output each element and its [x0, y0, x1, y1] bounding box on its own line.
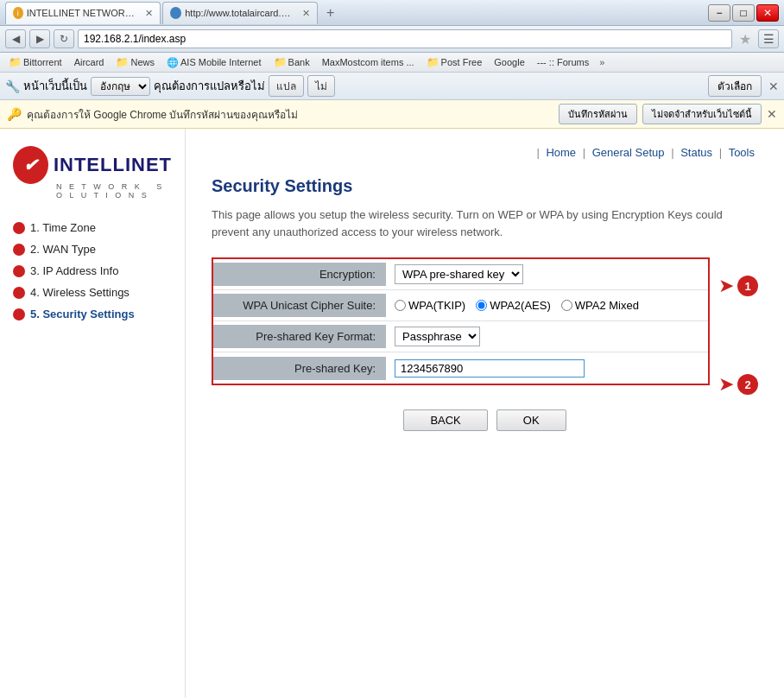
back-button[interactable]: BACK: [403, 409, 487, 431]
sidebar: ✔ INTELLINET N E T W O R K S O L U T I O…: [0, 129, 186, 698]
tools-link[interactable]: Tools: [729, 146, 755, 159]
pipe-separator: |: [536, 146, 542, 159]
radio-wpa2-mixed[interactable]: WPA2 Mixed: [561, 299, 639, 312]
password-bar-close-icon[interactable]: ✕: [767, 107, 777, 121]
bookmark-label: AIS Mobile Internet: [180, 57, 262, 67]
maximize-button[interactable]: □: [732, 4, 755, 22]
radio-wpa-tkip-input[interactable]: [395, 300, 406, 311]
sidebar-item-wantype[interactable]: 2. WAN Type: [0, 238, 185, 260]
pipe-separator: |: [719, 146, 725, 159]
status-link[interactable]: Status: [680, 146, 712, 159]
radio-wpa2-aes-input[interactable]: [476, 300, 487, 311]
browser-window: i INTELLINET NETWORK SOL... ✕ http://www…: [0, 0, 784, 698]
sidebar-item-ipaddress[interactable]: 3. IP Address Info: [0, 260, 185, 282]
encryption-select[interactable]: WPA pre-shared key WEP WPA2 Disabled: [395, 264, 523, 284]
key-format-label: Pre-shared Key Format:: [213, 325, 386, 348]
pipe-separator: |: [583, 146, 589, 159]
bookmark-news[interactable]: 📁 News: [111, 54, 160, 70]
bookmark-star-icon[interactable]: ★: [736, 29, 755, 48]
preshared-key-input[interactable]: [395, 359, 585, 378]
logo-sub-text: N E T W O R K S O L U T I O N S: [56, 182, 172, 200]
minimize-button[interactable]: −: [708, 4, 730, 22]
bookmark-ais[interactable]: 🌐 AIS Mobile Internet: [161, 55, 267, 70]
annotation-1: ➤ 1: [718, 275, 758, 297]
key-format-row: Pre-shared Key Format: Passphrase Hex: [213, 321, 708, 352]
cipher-suite-label: WPA Unicast Cipher Suite:: [213, 294, 386, 317]
tab-totalaircard[interactable]: http://www.totalaircard.cor... ✕: [162, 2, 318, 24]
sidebar-label-ipaddress: 3. IP Address Info: [30, 264, 118, 277]
globe-icon: 🌐: [167, 57, 179, 68]
never-save-button[interactable]: ไม่จดจำสำหรับเว็บไซต์นี้: [642, 104, 762, 124]
bookmark-label: --- :: Forums: [537, 57, 590, 67]
sidebar-label-wireless: 4. Wireless Settings: [30, 286, 130, 299]
bookmark-bittorrent[interactable]: 📁 Bittorrent: [3, 54, 67, 70]
bookmark-postfree[interactable]: 📁 Post Free: [421, 54, 488, 70]
action-buttons: BACK OK: [212, 409, 758, 431]
sidebar-item-security[interactable]: 5. Security Settings: [0, 303, 185, 325]
bookmark-maxmostcom[interactable]: MaxMostcom items ...: [317, 55, 420, 69]
bookmark-label: Bank: [288, 57, 310, 67]
save-password-button[interactable]: บันทึกรหัสผ่าน: [559, 104, 637, 124]
radio-wpa-tkip[interactable]: WPA(TKIP): [395, 299, 465, 312]
encryption-value: WPA pre-shared key WEP WPA2 Disabled: [386, 259, 708, 289]
key-format-select[interactable]: Passphrase Hex: [395, 327, 480, 346]
menu-icon[interactable]: ☰: [758, 29, 779, 48]
bookmark-aircard[interactable]: Aircard: [69, 55, 110, 69]
annotation-2: ➤ 2: [718, 373, 758, 396]
home-link[interactable]: Home: [546, 146, 576, 159]
general-setup-link[interactable]: General Setup: [592, 146, 665, 159]
radio-wpa2-aes[interactable]: WPA2(AES): [476, 299, 551, 312]
annotation-number-2: 2: [737, 374, 758, 395]
bullet-icon-2: [13, 244, 25, 256]
bullet-icon-4: [13, 287, 25, 299]
bookmark-label: Google: [494, 57, 524, 67]
preshared-key-label: Pre-shared Key:: [213, 357, 386, 380]
top-nav-links: | Home | General Setup | Status | Tools: [212, 146, 758, 159]
bookmark-google[interactable]: Google: [489, 55, 529, 69]
url-input[interactable]: [78, 29, 732, 48]
bullet-icon-3: [13, 265, 25, 277]
bookmark-label: MaxMostcom items ...: [322, 57, 414, 67]
bookmark-bank[interactable]: 📁 Bank: [269, 54, 315, 70]
bookmark-label: Aircard: [74, 57, 104, 67]
back-nav-button[interactable]: ◀: [5, 29, 26, 48]
logo-icon: ✔: [13, 146, 48, 184]
arrow-right-icon-1: ➤: [718, 275, 734, 297]
forward-nav-button[interactable]: ▶: [29, 29, 50, 48]
tab-bar: i INTELLINET NETWORK SOL... ✕ http://www…: [5, 2, 708, 24]
refresh-button[interactable]: ↻: [54, 29, 74, 48]
page-description: This page allows you setup the wireless …: [212, 206, 758, 240]
key-format-value: Passphrase Hex: [386, 321, 708, 352]
bookmarks-more-button[interactable]: »: [596, 55, 608, 69]
thai-prefix-label: หน้าเว็บนี้เป็น: [23, 77, 87, 95]
radio-wpa2-mixed-input[interactable]: [561, 300, 572, 311]
title-bar: i INTELLINET NETWORK SOL... ✕ http://www…: [0, 0, 784, 26]
preshared-key-row: Pre-shared Key:: [213, 352, 708, 384]
tab-close-1[interactable]: ✕: [145, 8, 153, 19]
folder-icon: 📁: [116, 56, 129, 68]
thai-translate-button[interactable]: แปล: [269, 75, 304, 97]
new-tab-button[interactable]: +: [319, 2, 341, 24]
bookmarks-bar: 📁 Bittorrent Aircard 📁 News 🌐 AIS Mobile…: [0, 53, 784, 73]
tab-icon-1: i: [13, 7, 23, 19]
sidebar-item-wireless[interactable]: 4. Wireless Settings: [0, 282, 185, 303]
sidebar-item-timezone[interactable]: 1. Time Zone: [0, 217, 185, 238]
thai-options-button[interactable]: ตัวเลือก: [708, 75, 762, 97]
ok-button[interactable]: OK: [496, 409, 566, 431]
pipe-separator: |: [671, 146, 677, 159]
cipher-suite-value: WPA(TKIP) WPA2(AES) WPA2 Mixed: [386, 294, 708, 317]
thai-toolbar-close-icon[interactable]: ✕: [768, 79, 779, 93]
thai-language-dropdown[interactable]: อังกฤษ: [91, 77, 150, 96]
bookmark-label: Post Free: [441, 57, 483, 67]
tab-intellinet[interactable]: i INTELLINET NETWORK SOL... ✕: [5, 2, 161, 24]
cipher-suite-row: WPA Unicast Cipher Suite: WPA(TKIP) WPA2…: [213, 290, 708, 321]
close-button[interactable]: ✕: [756, 4, 779, 22]
encryption-row: Encryption: WPA pre-shared key WEP WPA2 …: [213, 259, 708, 290]
address-bar: ◀ ▶ ↻ ★ ☰: [0, 26, 784, 53]
bullet-icon-1: [13, 222, 25, 234]
tab-close-2[interactable]: ✕: [302, 8, 310, 19]
thai-no-button[interactable]: ไม่: [307, 75, 335, 97]
bookmark-forums[interactable]: --- :: Forums: [532, 55, 595, 69]
window-controls: − □ ✕: [708, 4, 779, 22]
intellinet-logo: ✔ INTELLINET N E T W O R K S O L U T I O…: [13, 146, 172, 200]
